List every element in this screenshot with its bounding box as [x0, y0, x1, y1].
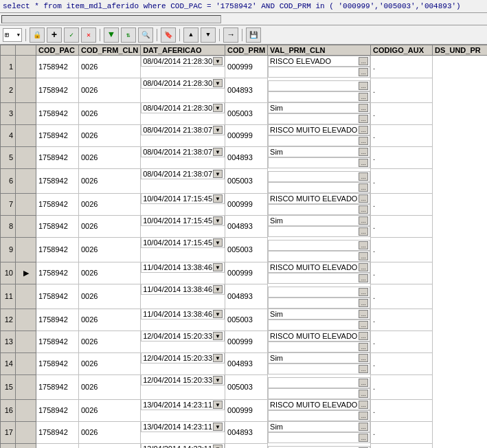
dat-dropdown-btn[interactable]: ▼: [213, 310, 223, 318]
separator-5: [219, 29, 220, 41]
dat-dropdown-btn[interactable]: ▼: [213, 104, 223, 112]
aux-ellipsis-btn[interactable]: ...: [359, 159, 368, 167]
val-ellipsis-btn[interactable]: ...: [359, 354, 368, 362]
val-ellipsis-btn[interactable]: ...: [359, 379, 368, 387]
val-ellipsis-btn[interactable]: ...: [359, 332, 368, 340]
dat-dropdown-btn[interactable]: ▼: [213, 216, 223, 225]
table-row[interactable]: 10▶1758942002611/04/2014 13:38:46▼000999…: [1, 262, 488, 284]
val-ellipsis-btn[interactable]: ...: [359, 241, 368, 249]
bookmark-button[interactable]: 🔖: [161, 27, 176, 43]
delete-button[interactable]: ✕: [81, 27, 96, 43]
aux-ellipsis-btn[interactable]: ...: [359, 434, 368, 442]
dat-dropdown-btn[interactable]: ▼: [213, 401, 223, 409]
table-row[interactable]: 81758942002610/04/2014 17:15:45▼004893Si…: [1, 215, 488, 237]
aux-ellipsis-btn[interactable]: ...: [359, 299, 368, 307]
table-row[interactable]: 131758942002612/04/2014 15:20:33▼000999R…: [1, 331, 488, 352]
val-ellipsis-btn[interactable]: ...: [359, 57, 368, 65]
nav-down-button[interactable]: ▼: [201, 27, 216, 43]
data-grid[interactable]: COD_PAC COD_FRM_CLN DAT_AFERICAO COD_PRM…: [0, 45, 487, 448]
aux-ellipsis-btn[interactable]: ...: [359, 252, 368, 260]
dat-dropdown-btn[interactable]: ▼: [213, 194, 223, 203]
table-row[interactable]: 141758942002612/04/2014 15:20:33▼004893S…: [1, 352, 488, 374]
check-button[interactable]: ✓: [64, 27, 79, 43]
table-row[interactable]: 181758942002613/04/2014 14:23:11▼005003.…: [1, 443, 488, 448]
val-ellipsis-btn[interactable]: ...: [359, 401, 368, 409]
dat-dropdown-btn[interactable]: ▼: [213, 79, 223, 87]
aux-ellipsis-btn[interactable]: ...: [359, 115, 368, 123]
cell-dat-afericao: 08/04/2014 21:38:07▼: [141, 146, 225, 157]
header-codigo-aux[interactable]: CODIGO_AUX: [371, 45, 433, 56]
aux-ellipsis-btn[interactable]: ...: [359, 205, 368, 214]
val-ellipsis-btn[interactable]: ...: [359, 310, 368, 318]
cell-dat-afericao: 12/04/2014 15:20:33▼: [141, 374, 225, 385]
dat-dropdown-btn[interactable]: ▼: [213, 57, 223, 65]
nav-up-button[interactable]: ▲: [183, 27, 199, 43]
table-row[interactable]: 51758942002608/04/2014 21:38:07▼004893Si…: [1, 146, 488, 168]
cell-cod-frm-cln: 0026: [79, 124, 141, 146]
add-button[interactable]: +: [47, 27, 62, 43]
dat-dropdown-btn[interactable]: ▼: [213, 423, 223, 431]
aux-ellipsis-btn[interactable]: ...: [359, 321, 368, 329]
aux-ellipsis-btn[interactable]: ...: [359, 93, 368, 101]
table-row[interactable]: 151758942002612/04/2014 15:20:33▼005003.…: [1, 374, 488, 399]
aux-ellipsis-btn[interactable]: ...: [359, 227, 368, 236]
val-ellipsis-btn[interactable]: ...: [359, 263, 368, 271]
table-row[interactable]: 171758942002613/04/2014 14:23:11▼004893S…: [1, 421, 488, 443]
aux-ellipsis-btn[interactable]: ...: [359, 183, 368, 192]
table-row[interactable]: 161758942002613/04/2014 14:23:11▼000999R…: [1, 399, 488, 421]
horizontal-scrollbar[interactable]: [1, 15, 221, 23]
val-ellipsis-btn[interactable]: ...: [359, 194, 368, 203]
filter-button[interactable]: ▼: [104, 27, 119, 43]
val-ellipsis-btn[interactable]: ...: [359, 104, 368, 112]
header-dat-afericao[interactable]: DAT_AFERICAO: [141, 45, 225, 56]
scrollbar-area[interactable]: [0, 13, 487, 25]
aux-ellipsis-btn[interactable]: ...: [359, 137, 368, 145]
aux-ellipsis-btn[interactable]: ...: [359, 390, 368, 398]
search-button[interactable]: 🔍: [138, 27, 153, 43]
val-ellipsis-btn[interactable]: ...: [359, 172, 368, 181]
aux-ellipsis-btn[interactable]: ...: [359, 343, 368, 351]
aux-ellipsis-btn[interactable]: ...: [359, 68, 368, 76]
save-button[interactable]: 💾: [246, 27, 261, 43]
aux-ellipsis-btn[interactable]: ...: [359, 274, 368, 282]
lock-button[interactable]: 🔒: [30, 27, 45, 43]
cell-codigo-aux: ...: [268, 91, 370, 102]
cell-ds-und-prm: .: [371, 124, 433, 146]
dat-dropdown-btn[interactable]: ▼: [213, 354, 223, 362]
arrow-button[interactable]: →: [223, 27, 238, 43]
table-row[interactable]: 41758942002608/04/2014 21:38:07▼000999RI…: [1, 124, 488, 146]
dat-dropdown-btn[interactable]: ▼: [213, 376, 223, 384]
table-row[interactable]: 11758942002608/04/2014 21:28:30▼000999RI…: [1, 56, 488, 78]
val-ellipsis-btn[interactable]: ...: [359, 423, 368, 431]
dat-dropdown-btn[interactable]: ▼: [213, 148, 223, 156]
dat-dropdown-btn[interactable]: ▼: [213, 332, 223, 340]
dat-dropdown-btn[interactable]: ▼: [213, 126, 223, 134]
val-ellipsis-btn[interactable]: ...: [359, 148, 368, 156]
dat-dropdown-btn[interactable]: ▼: [213, 263, 223, 271]
header-cod-pac[interactable]: COD_PAC: [36, 45, 79, 56]
aux-ellipsis-btn[interactable]: ...: [359, 365, 368, 373]
dat-dropdown-btn[interactable]: ▼: [213, 170, 223, 178]
val-ellipsis-btn[interactable]: ...: [359, 288, 368, 296]
grid-combo[interactable]: ⊞ ▼: [3, 28, 22, 42]
dat-dropdown-btn[interactable]: ▼: [213, 445, 223, 448]
table-row[interactable]: 111758942002611/04/2014 13:38:46▼004893.…: [1, 284, 488, 309]
dat-dropdown-btn[interactable]: ▼: [213, 238, 223, 247]
header-cod-frm-cln[interactable]: COD_FRM_CLN: [79, 45, 141, 56]
header-ds-und-prm[interactable]: DS_UND_PR: [433, 45, 487, 56]
table-row[interactable]: 121758942002611/04/2014 13:38:46▼005003S…: [1, 309, 488, 331]
table-row[interactable]: 91758942002610/04/2014 17:15:45▼005003..…: [1, 237, 488, 262]
header-val-prm-cln[interactable]: VAL_PRM_CLN: [268, 45, 371, 56]
aux-ellipsis-btn[interactable]: ...: [359, 412, 368, 420]
table-row[interactable]: 21758942002608/04/2014 21:28:30▼004893..…: [1, 78, 488, 102]
sort-button[interactable]: ⇅: [121, 27, 136, 43]
table-row[interactable]: 71758942002610/04/2014 17:15:45▼000999RI…: [1, 193, 488, 215]
cell-val-prm-cln: RISCO MUITO ELEVADO...: [268, 331, 370, 341]
val-ellipsis-btn[interactable]: ...: [359, 216, 368, 225]
dat-dropdown-btn[interactable]: ▼: [213, 285, 223, 293]
val-ellipsis-btn[interactable]: ...: [359, 126, 368, 134]
val-ellipsis-btn[interactable]: ...: [359, 82, 368, 90]
table-row[interactable]: 31758942002608/04/2014 21:28:30▼005003Si…: [1, 102, 488, 124]
header-cod-prm[interactable]: COD_PRM: [225, 45, 268, 56]
table-row[interactable]: 61758942002608/04/2014 21:38:07▼005003..…: [1, 168, 488, 193]
